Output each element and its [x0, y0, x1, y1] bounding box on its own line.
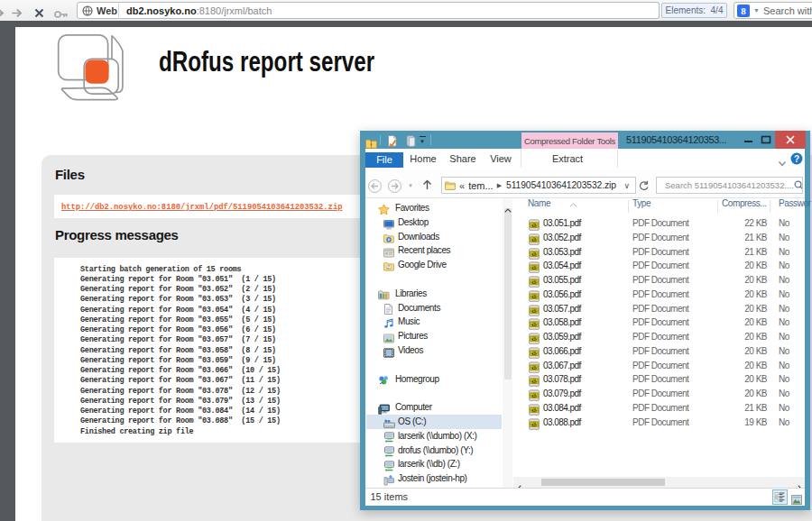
svg-text:PDF: PDF — [531, 224, 538, 227]
svg-text:PDF: PDF — [531, 379, 538, 383]
svg-text:PDF: PDF — [531, 295, 538, 298]
svg-text:PDF: PDF — [531, 280, 538, 284]
svg-text:PDF: PDF — [531, 394, 538, 398]
svg-text:PDF: PDF — [531, 309, 538, 313]
svg-text:PDF: PDF — [531, 266, 538, 270]
svg-text:PDF: PDF — [531, 366, 538, 370]
svg-text:PDF: PDF — [531, 238, 538, 242]
svg-text:?: ? — [794, 154, 799, 164]
svg-text:8: 8 — [741, 5, 746, 16]
svg-text:PDF: PDF — [531, 408, 538, 412]
svg-text:PDF: PDF — [531, 423, 538, 426]
svg-text:PDF: PDF — [531, 337, 538, 341]
svg-text:PDF: PDF — [531, 352, 538, 355]
svg-text:PDF: PDF — [531, 252, 538, 256]
svg-text:PDF: PDF — [531, 323, 538, 326]
